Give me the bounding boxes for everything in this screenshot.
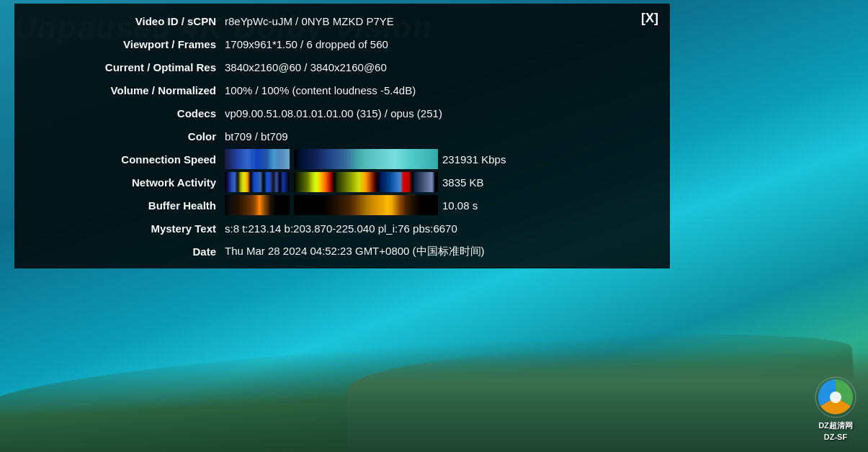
codecs-value: vp09.00.51.08.01.01.01.00 (315) / opus (…	[225, 107, 661, 119]
background: Unpaused 4K Dolby Vision [X] Video ID / …	[0, 0, 868, 452]
close-button[interactable]: [X]	[637, 9, 663, 27]
logo-svg	[814, 376, 857, 419]
viewport-value: 1709x961*1.50 / 6 dropped of 560	[225, 38, 661, 50]
logo-subtext: DZ-SF	[824, 433, 847, 441]
date-row: Date Thu Mar 28 2024 04:52:23 GMT+0800 (…	[23, 240, 661, 263]
buffer-health-label: Buffer Health	[23, 199, 225, 212]
network-activity-row: Network Activity 3835 KB	[23, 171, 661, 194]
viewport-row: Viewport / Frames 1709x961*1.50 / 6 drop…	[23, 32, 661, 55]
viewport-label: Viewport / Frames	[23, 38, 225, 50]
debug-panel: [X] Video ID / sCPN r8eYpWc-uJM / 0NYB M…	[14, 4, 670, 268]
buffer-health-number: 10.08 s	[442, 199, 478, 212]
connection-speed-label: Connection Speed	[23, 153, 225, 166]
connection-speed-value: 231931 Kbps	[225, 149, 661, 169]
mystery-text-value: s:8 t:213.14 b:203.870-225.040 pl_i:76 p…	[225, 222, 661, 235]
network-activity-label: Network Activity	[23, 176, 225, 189]
buffer-health-row: Buffer Health 10.08 s	[23, 194, 661, 217]
network-activity-value: 3835 KB	[225, 172, 661, 192]
network-activity-graph-1	[225, 172, 290, 192]
connection-speed-row: Connection Speed 231931 Kbps	[23, 148, 661, 171]
color-label: Color	[23, 130, 225, 143]
color-value: bt709 / bt709	[225, 130, 661, 143]
network-activity-graph-2	[294, 172, 438, 192]
svg-point-1	[830, 392, 841, 403]
mystery-text-label: Mystery Text	[23, 222, 225, 235]
video-id-label: Video ID / sCPN	[23, 15, 225, 27]
buffer-health-graph-1	[225, 195, 290, 215]
connection-speed-graph-2	[294, 149, 438, 169]
buffer-health-graph-2	[294, 195, 438, 215]
resolution-row: Current / Optimal Res 3840x2160@60 / 384…	[23, 55, 661, 78]
mystery-text-row: Mystery Text s:8 t:213.14 b:203.870-225.…	[23, 217, 661, 240]
volume-value: 100% / 100% (content loudness -5.4dB)	[225, 84, 661, 96]
connection-speed-number: 231931 Kbps	[442, 153, 506, 166]
date-label: Date	[23, 245, 225, 258]
connection-speed-graph-1	[225, 149, 290, 169]
resolution-value: 3840x2160@60 / 3840x2160@60	[225, 61, 661, 73]
date-value: Thu Mar 28 2024 04:52:23 GMT+0800 (中国标准时…	[225, 245, 661, 258]
resolution-label: Current / Optimal Res	[23, 61, 225, 73]
buffer-health-value: 10.08 s	[225, 195, 661, 215]
bg-ground2	[347, 351, 868, 452]
volume-row: Volume / Normalized 100% / 100% (content…	[23, 78, 661, 101]
video-id-row: Video ID / sCPN r8eYpWc-uJM / 0NYB MZKD …	[23, 9, 661, 32]
logo-text: DZ超清网	[818, 420, 853, 431]
codecs-label: Codecs	[23, 107, 225, 119]
logo-watermark: DZ超清网 DZ-SF	[814, 376, 857, 441]
network-activity-number: 3835 KB	[442, 176, 484, 189]
video-id-value: r8eYpWc-uJM / 0NYB MZKD P7YE	[225, 15, 661, 27]
codecs-row: Codecs vp09.00.51.08.01.01.01.00 (315) /…	[23, 101, 661, 125]
color-row: Color bt709 / bt709	[23, 125, 661, 148]
volume-label: Volume / Normalized	[23, 84, 225, 96]
